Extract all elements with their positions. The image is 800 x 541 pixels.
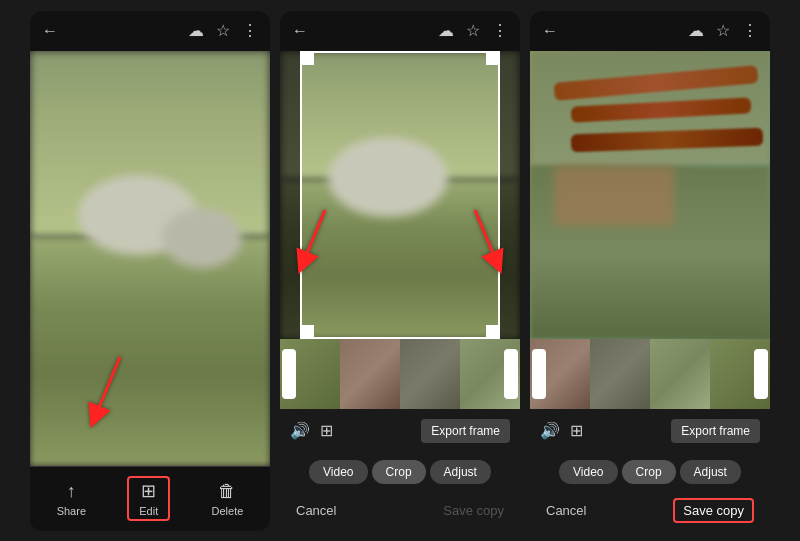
filmstrip-handle-left-3[interactable] [532, 349, 546, 399]
volume-icon-3[interactable]: 🔊 [540, 421, 560, 440]
filmstrip-2[interactable] [280, 339, 520, 409]
ground-1 [30, 237, 270, 465]
image-area-3 [530, 51, 770, 339]
more-icon-2[interactable]: ⋮ [492, 21, 508, 40]
save-copy-btn-2[interactable]: Save copy [443, 503, 504, 518]
back-icon[interactable]: ← [42, 22, 58, 40]
film-seg-3c [650, 339, 710, 409]
tab-video-2[interactable]: Video [309, 460, 367, 484]
tab-crop-2[interactable]: Crop [372, 460, 426, 484]
export-frame-btn-3[interactable]: Export frame [671, 419, 760, 443]
red-arrow-2b [455, 205, 505, 279]
share-label: Share [57, 505, 86, 517]
share-button[interactable]: ↑ Share [45, 477, 98, 521]
top-bar-1: ← ☁ ☆ ⋮ [30, 11, 270, 51]
cloud-icon[interactable]: ☁ [188, 21, 204, 40]
share-icon: ↑ [67, 481, 76, 502]
rock-3 [328, 137, 448, 217]
landscape-sim-2 [280, 51, 520, 339]
filmstrip-inner-3 [530, 339, 770, 409]
delete-icon: 🗑 [218, 481, 236, 502]
landscape-sim-1 [30, 51, 270, 466]
image-area-1 [30, 51, 270, 466]
rock-2 [162, 208, 242, 268]
tab-adjust-2[interactable]: Adjust [430, 460, 491, 484]
filmstrip-handle-right[interactable] [504, 349, 518, 399]
edit-label: Edit [139, 505, 158, 517]
phone-screen-3: ← ☁ ☆ ⋮ [530, 11, 770, 531]
export-frame-btn-2[interactable]: Export frame [421, 419, 510, 443]
cancel-btn-3[interactable]: Cancel [546, 503, 586, 518]
red-arrow-1 [85, 352, 145, 436]
save-copy-btn-3[interactable]: Save copy [673, 498, 754, 523]
cloud-icon-3[interactable]: ☁ [688, 21, 704, 40]
filmstrip-handle-left[interactable] [282, 349, 296, 399]
filmstrip-inner-2 [280, 339, 520, 409]
bottom-actions-2: Cancel Save copy [280, 491, 520, 531]
dim-left [280, 51, 300, 339]
tab-video-3[interactable]: Video [559, 460, 617, 484]
back-icon-2[interactable]: ← [292, 22, 308, 40]
top-bar-3: ← ☁ ☆ ⋮ [530, 11, 770, 51]
tabs-bar-3: Video Crop Adjust [530, 453, 770, 491]
more-icon-3[interactable]: ⋮ [742, 21, 758, 40]
tab-crop-3[interactable]: Crop [622, 460, 676, 484]
star-icon[interactable]: ☆ [216, 21, 230, 40]
cloud-icon-2[interactable]: ☁ [438, 21, 454, 40]
controls-bar-3: 🔊 ⊞ Export frame [530, 409, 770, 453]
phone-screen-2: ← ☁ ☆ ⋮ [280, 11, 520, 531]
image-area-2 [280, 51, 520, 339]
dim-right [500, 51, 520, 339]
top-bar-icons-group-3: ☁ ☆ ⋮ [688, 21, 758, 40]
top-bar-icons-group-2: ☁ ☆ ⋮ [438, 21, 508, 40]
frame-icon-3[interactable]: ⊞ [570, 421, 583, 440]
svg-line-1 [95, 357, 120, 417]
controls-bar-2: 🔊 ⊞ Export frame [280, 409, 520, 453]
filmstrip-3[interactable] [530, 339, 770, 409]
phone-screen-1: ← ☁ ☆ ⋮ [30, 11, 270, 531]
film-seg-3 [400, 339, 460, 409]
tab-adjust-3[interactable]: Adjust [680, 460, 741, 484]
top-bar-2: ← ☁ ☆ ⋮ [280, 11, 520, 51]
red-arrow-2a [295, 205, 345, 279]
film-seg-2 [340, 339, 400, 409]
bottom-actions-3: Cancel Save copy [530, 491, 770, 531]
film-seg-3b [590, 339, 650, 409]
svg-line-5 [475, 210, 497, 263]
filmstrip-handle-right-3[interactable] [754, 349, 768, 399]
edit-icon: ⊞ [141, 480, 156, 502]
wood-pile [554, 166, 674, 226]
delete-label: Delete [212, 505, 244, 517]
back-icon-3[interactable]: ← [542, 22, 558, 40]
star-icon-2[interactable]: ☆ [466, 21, 480, 40]
volume-icon-2[interactable]: 🔊 [290, 421, 310, 440]
cancel-btn-2[interactable]: Cancel [296, 503, 336, 518]
main-container: ← ☁ ☆ ⋮ [0, 0, 800, 541]
frame-icon-2[interactable]: ⊞ [320, 421, 333, 440]
top-bar-icons-group: ☁ ☆ ⋮ [188, 21, 258, 40]
tabs-bar-2: Video Crop Adjust [280, 453, 520, 491]
more-icon[interactable]: ⋮ [242, 21, 258, 40]
bottom-toolbar-1: ↑ Share ⊞ Edit 🗑 Delete [30, 466, 270, 531]
svg-line-3 [303, 210, 325, 263]
delete-button[interactable]: 🗑 Delete [200, 477, 256, 521]
edit-button[interactable]: ⊞ Edit [127, 476, 170, 521]
star-icon-3[interactable]: ☆ [716, 21, 730, 40]
